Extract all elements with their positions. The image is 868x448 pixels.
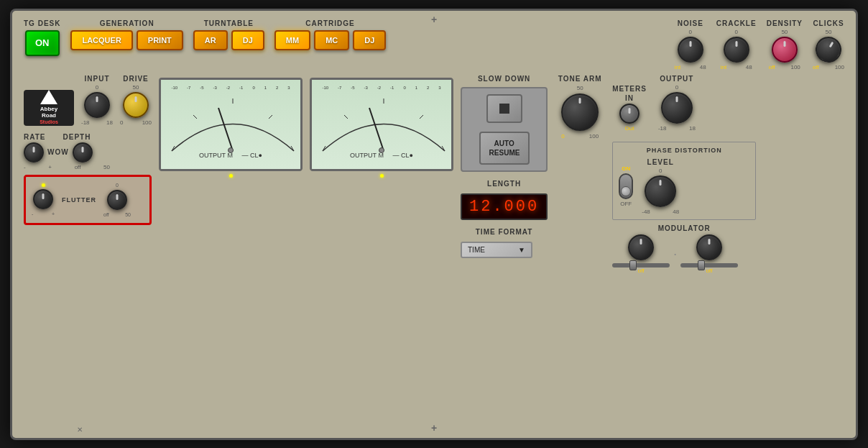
vu-label-left: OUTPUT M — CL● <box>199 152 262 159</box>
dj-button-turntable[interactable]: DJ <box>231 30 264 50</box>
modulator-knob-right[interactable] <box>696 234 722 260</box>
flutter-label: FLUTTER <box>62 196 96 204</box>
drive-range-max: 100 <box>142 119 152 126</box>
phase-level-value: 0 <box>659 168 662 174</box>
slow-down-section: SLOW DOWN AUTORESUME LENGTH 12.000 TIME … <box>461 75 548 258</box>
meters-out-label: Out <box>625 125 634 132</box>
drive-range-min: 0 <box>120 119 123 126</box>
density-knob[interactable] <box>772 37 798 63</box>
phase-distortion-label: PHASE DISTORTION <box>619 147 749 154</box>
output-range-min: -18 <box>658 125 667 132</box>
road-text: Road <box>40 112 58 119</box>
input-range-max: 18 <box>106 119 113 126</box>
meters-label: METERS <box>612 85 647 93</box>
output-section: OUTPUT 0 -18 18 <box>658 75 696 132</box>
length-label: LENGTH <box>487 180 521 188</box>
ar-button[interactable]: AR <box>193 30 228 50</box>
modulator-slider-left[interactable] <box>612 263 670 268</box>
depth-range-max: 50 <box>103 164 110 170</box>
right-panel: METERS IN Out OUTPUT 0 -18 18 <box>612 75 756 274</box>
wow-rate-knob[interactable] <box>24 142 44 163</box>
density-range-max: 100 <box>790 64 800 70</box>
print-button[interactable]: PRINT <box>137 30 183 50</box>
drive-label: DRIVE <box>123 75 149 83</box>
crackle-value: 0 <box>734 29 737 35</box>
input-range-min: -18 <box>81 119 90 126</box>
modulator-knob-left[interactable] <box>628 234 654 260</box>
dj-button-cartridge[interactable]: DJ <box>353 30 386 50</box>
wow-range-min: - <box>24 164 26 170</box>
flutter-depth-knob[interactable] <box>107 190 127 210</box>
drive-knob[interactable] <box>123 92 149 118</box>
slider-handle-icon <box>629 260 637 270</box>
cartridge-section: CARTRIDGE MM MC DJ <box>274 19 387 50</box>
density-section: DENSITY 50 off 100 <box>767 19 803 70</box>
noise-range: int 48 <box>675 64 706 70</box>
input-knob[interactable] <box>84 92 110 118</box>
flutter-depth-min: off <box>103 212 109 217</box>
turntable-section: TURNTABLE AR DJ <box>193 19 264 50</box>
flutter-rate-min: - <box>32 211 33 216</box>
density-range-min: off <box>769 64 775 70</box>
mc-button[interactable]: MC <box>314 30 349 50</box>
crackle-section: CRACKLE 0 int 48 <box>716 19 757 70</box>
phase-level-knob[interactable] <box>645 175 676 207</box>
wow-label: WOW <box>47 148 69 156</box>
vu-meter-right: -10 -7 -5 -3 -2 -1 0 1 2 3 <box>310 78 453 171</box>
clicks-range: off 100 <box>813 64 844 70</box>
meters-in-knob[interactable] <box>619 104 640 124</box>
output-label: OUTPUT <box>660 75 693 83</box>
dropdown-arrow-icon: ▼ <box>518 246 525 254</box>
vu-left-led <box>229 174 233 178</box>
noise-section: NOISE 0 int 48 <box>675 19 706 70</box>
rate-label: RATE <box>24 133 45 141</box>
tg-desk-label: TG DESK <box>24 19 60 27</box>
clicks-range-min: off <box>813 64 819 70</box>
crackle-range: int 48 <box>721 64 752 70</box>
top-center-plus-icon: + <box>431 14 437 25</box>
length-display: 12.000 <box>461 193 548 220</box>
vu-meters-section: -10 -7 -5 -3 -2 -1 0 1 2 3 <box>159 78 453 178</box>
crackle-range-max: 48 <box>746 64 752 70</box>
svg-line-11 <box>369 108 384 151</box>
studios-text: Studios <box>40 119 58 125</box>
crackle-label: CRACKLE <box>716 19 757 27</box>
input-section: INPUT 0 -18 18 <box>81 75 113 126</box>
tone-arm-section: TONE ARM 50 0 100 <box>555 75 605 140</box>
tone-arm-range-max: 100 <box>589 133 599 140</box>
mm-button[interactable]: MM <box>274 30 310 50</box>
modulator-off-left: off <box>638 268 645 274</box>
drive-value: 50 <box>133 84 139 91</box>
flutter-depth-value: 0 <box>116 183 119 188</box>
turntable-buttons: AR DJ <box>193 30 264 50</box>
tone-arm-label: TONE ARM <box>558 75 602 83</box>
clicks-section: CLICKS 50 off 100 <box>813 19 844 70</box>
modulator-slider-right[interactable] <box>680 263 738 268</box>
phase-level-range-max: 48 <box>673 209 679 215</box>
stop-button[interactable] <box>486 94 522 123</box>
crackle-knob[interactable] <box>724 37 749 63</box>
generation-buttons: LACQUER PRINT <box>70 30 183 50</box>
on-button[interactable]: ON <box>25 30 60 56</box>
noise-range-min: int <box>675 64 680 70</box>
auto-resume-button[interactable]: AUTORESUME <box>479 132 530 165</box>
modulator-section: MODULATOR off • <box>612 224 756 274</box>
lacquer-button[interactable]: LACQUER <box>70 30 132 50</box>
modulator-off-right: off <box>706 268 713 274</box>
noise-range-max: 48 <box>700 64 706 70</box>
wow-depth-knob[interactable] <box>73 142 93 163</box>
clicks-knob[interactable] <box>811 32 846 67</box>
tone-arm-value: 50 <box>577 85 583 91</box>
tone-arm-knob[interactable] <box>561 93 599 131</box>
slider-handle-right-icon <box>698 260 705 270</box>
vu-arc-left <box>165 90 301 155</box>
tone-arm-range-min: 0 <box>561 133 564 140</box>
output-knob[interactable] <box>661 92 693 124</box>
svg-line-1 <box>193 115 197 119</box>
noise-label: NOISE <box>678 19 703 27</box>
meters-in-label: IN <box>625 94 634 102</box>
noise-knob[interactable] <box>678 37 703 63</box>
phase-toggle[interactable] <box>619 173 633 199</box>
flutter-rate-knob[interactable] <box>33 189 53 209</box>
time-format-select[interactable]: TIME ▼ <box>461 242 532 258</box>
